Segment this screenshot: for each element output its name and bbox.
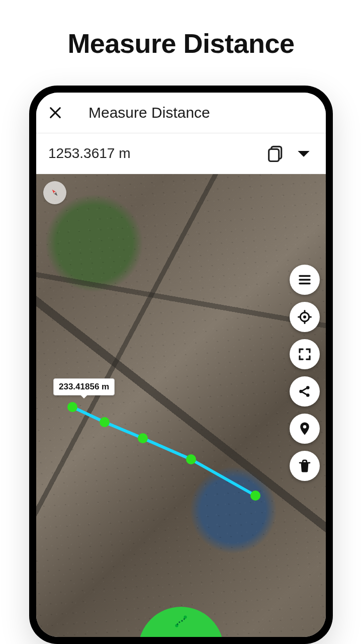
svg-rect-1 [269, 149, 279, 161]
fullscreen-icon [297, 347, 312, 362]
app-header: Measure Distance [36, 93, 326, 133]
trash-icon [297, 458, 312, 473]
phone-frame: Measure Distance 1253.3617 m [29, 86, 333, 644]
compass-icon [49, 187, 60, 198]
trash-button[interactable] [290, 451, 320, 481]
locate-button[interactable] [290, 302, 320, 332]
promo-title: Measure Distance [0, 28, 362, 59]
locate-icon [297, 309, 312, 325]
pin-icon [297, 421, 312, 436]
share-button[interactable] [290, 376, 320, 407]
fullscreen-button[interactable] [290, 339, 320, 369]
map-view[interactable]: 233.41856 m [36, 174, 326, 637]
chevron-down-icon [294, 143, 314, 164]
phone-screen: Measure Distance 1253.3617 m [36, 93, 326, 637]
svg-point-8 [303, 315, 306, 318]
app-title: Measure Distance [88, 104, 210, 121]
unit-dropdown[interactable] [294, 143, 314, 164]
measurement-bar: 1253.3617 m [36, 133, 326, 174]
roads-overlay [36, 174, 326, 637]
route-icon [172, 613, 190, 630]
menu-button[interactable] [290, 265, 320, 295]
copy-icon [265, 143, 286, 164]
svg-point-12 [303, 425, 307, 429]
close-button[interactable] [46, 104, 64, 122]
compass-button[interactable] [43, 181, 66, 204]
map-action-column [290, 265, 320, 481]
svg-point-14 [184, 615, 187, 618]
menu-icon [297, 272, 312, 287]
pin-button[interactable] [290, 414, 320, 444]
segment-tooltip: 233.41856 m [53, 378, 115, 395]
total-distance-value: 1253.3617 m [48, 145, 257, 162]
share-icon [297, 384, 312, 399]
copy-button[interactable] [265, 143, 286, 164]
close-icon [48, 106, 62, 120]
